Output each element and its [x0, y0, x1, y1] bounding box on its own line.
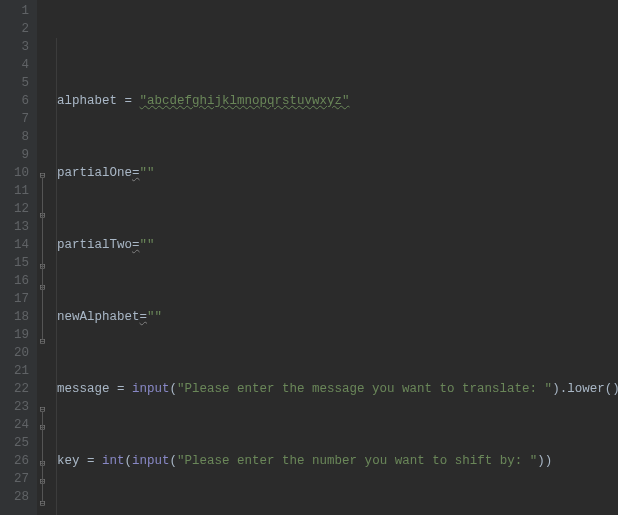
gutter: 1 2 3 4 5 6 7 8 9 10 11 12 13 14 15 16 1…	[0, 0, 37, 515]
line-number: 20	[0, 344, 29, 362]
code-line[interactable]: partialOne=""	[37, 164, 618, 182]
line-number: 13	[0, 218, 29, 236]
line-number: 10	[0, 164, 29, 182]
line-number: 6	[0, 92, 29, 110]
line-number: 1	[0, 2, 29, 20]
line-number: 15	[0, 254, 29, 272]
variable: newAlphabet	[57, 310, 140, 324]
string-literal: "abcdefghijklmnopqrstuvwxyz"	[140, 94, 350, 108]
line-number: 23	[0, 398, 29, 416]
line-number: 28	[0, 488, 29, 506]
builtin-call: input	[132, 382, 170, 396]
line-number: 11	[0, 182, 29, 200]
line-number: 22	[0, 380, 29, 398]
line-number: 17	[0, 290, 29, 308]
line-number: 5	[0, 74, 29, 92]
builtin-call: input	[132, 454, 170, 468]
line-number: 24	[0, 416, 29, 434]
code-editor[interactable]: ⊟ ⊟ ⊟ ⊟ ⊟ ⊟ ⊟ ⊟ ⊟ ⊟ alphabet = "abcdefgh…	[37, 0, 618, 515]
line-number: 3	[0, 38, 29, 56]
line-number: 7	[0, 110, 29, 128]
code-line[interactable]: partialTwo=""	[37, 236, 618, 254]
line-number: 19	[0, 326, 29, 344]
line-number: 18	[0, 308, 29, 326]
code-line[interactable]: alphabet = "abcdefghijklmnopqrstuvwxyz"	[37, 92, 618, 110]
line-number: 9	[0, 146, 29, 164]
variable: partialTwo	[57, 238, 132, 252]
line-number: 14	[0, 236, 29, 254]
line-number: 26	[0, 452, 29, 470]
variable: alphabet	[57, 94, 117, 108]
code-line[interactable]: key = int(input("Please enter the number…	[37, 452, 618, 470]
variable: key	[57, 454, 80, 468]
code-line[interactable]: newAlphabet=""	[37, 308, 618, 326]
line-number: 12	[0, 200, 29, 218]
variable: message	[57, 382, 110, 396]
string-literal: "Please enter the message you want to tr…	[177, 382, 552, 396]
builtin-call: int	[102, 454, 125, 468]
line-number: 8	[0, 128, 29, 146]
code-line[interactable]: message = input("Please enter the messag…	[37, 380, 618, 398]
variable: partialOne	[57, 166, 132, 180]
line-number: 25	[0, 434, 29, 452]
line-number: 21	[0, 362, 29, 380]
string-literal: "Please enter the number you want to shi…	[177, 454, 537, 468]
line-number: 4	[0, 56, 29, 74]
line-number: 27	[0, 470, 29, 488]
line-number: 2	[0, 20, 29, 38]
line-number: 16	[0, 272, 29, 290]
